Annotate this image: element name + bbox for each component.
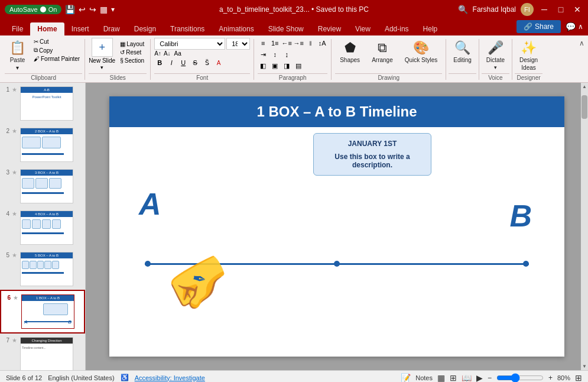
layout-button[interactable]: ▦ Layout: [118, 40, 147, 48]
close-btn[interactable]: ✕: [571, 4, 583, 15]
italic-button[interactable]: I: [166, 57, 177, 68]
scroll-down-icon[interactable]: ▼: [582, 364, 587, 369]
slide-item-4[interactable]: 4 ★ 4 BOX – A to B: [0, 207, 85, 248]
tab-file[interactable]: File: [5, 22, 30, 35]
font-grow-icon[interactable]: A↑: [154, 50, 161, 57]
tab-transitions[interactable]: Transitions: [163, 22, 212, 35]
tab-home[interactable]: Home: [30, 22, 64, 35]
arrange-button[interactable]: ⧉ Arrange: [367, 38, 398, 66]
editing-button[interactable]: 🔍 Editing: [449, 38, 476, 66]
font-size-select[interactable]: 18: [226, 38, 250, 50]
tab-help[interactable]: Help: [416, 22, 445, 35]
paste-button[interactable]: 📋 Paste ▾: [5, 38, 30, 73]
font-color-btn[interactable]: A: [213, 57, 224, 68]
designer-buttons: ✨ Design Ideas: [515, 38, 542, 73]
tab-animations[interactable]: Animations: [212, 22, 261, 35]
dictate-button[interactable]: 🎤 Dictate ▾: [482, 38, 509, 73]
copy-button[interactable]: ⧉ Copy: [31, 46, 82, 54]
shadow-button[interactable]: S̈: [202, 57, 212, 68]
line-spacing-btn[interactable]: ↕: [269, 49, 280, 60]
slide-item-5[interactable]: 5 ★ 5 BOX – A to B: [0, 248, 85, 290]
title-bar: AutoSave On 💾 ↩ ↪ ▦ ▾ a_to_b_timeline_to…: [0, 0, 588, 19]
clear-format-icon[interactable]: Aa: [174, 50, 181, 57]
canvas-scrollbar-thumb[interactable]: [581, 95, 587, 119]
list-row: ≡ 1≡ ←≡ →≡ ⫴ ↕A: [258, 38, 327, 48]
align-left-btn[interactable]: ◧: [258, 60, 268, 71]
bold-button[interactable]: B: [154, 57, 165, 68]
present-icon[interactable]: ▦: [100, 5, 108, 14]
cut-button[interactable]: ✂ Cut: [31, 38, 82, 46]
indent-decrease-btn[interactable]: ←≡: [281, 38, 292, 48]
minimize-btn[interactable]: ─: [538, 4, 550, 15]
align-right-btn[interactable]: ◨: [281, 60, 292, 71]
restore-btn[interactable]: □: [555, 4, 567, 15]
tab-insert[interactable]: Insert: [64, 22, 96, 35]
share-button[interactable]: 🔗 Share: [516, 20, 561, 33]
slide-item-6[interactable]: 6 ★ 1 BOX – A to B A B: [0, 290, 85, 334]
design-ideas-button[interactable]: ✨ Design Ideas: [515, 38, 542, 73]
comments-icon[interactable]: 💬: [566, 22, 576, 31]
autosave-badge[interactable]: AutoSave On: [5, 5, 61, 14]
timeline-dot-start: [145, 261, 151, 267]
indent-increase-btn[interactable]: →≡: [293, 38, 304, 48]
tab-review[interactable]: Review: [311, 22, 348, 35]
zoom-out-icon[interactable]: −: [488, 374, 492, 382]
paragraph-label: Paragraph: [258, 73, 327, 81]
indent-level-btn[interactable]: ⇥: [258, 49, 268, 60]
section-icon: §: [120, 57, 124, 64]
redo-icon[interactable]: ↪: [89, 5, 96, 14]
underline-button[interactable]: U: [178, 57, 189, 68]
spacing-btn[interactable]: ↨: [281, 49, 292, 60]
format-painter-button[interactable]: 🖌 Format Painter: [31, 55, 82, 63]
zoom-in-icon[interactable]: +: [548, 374, 553, 382]
notes-icon[interactable]: 📝: [401, 373, 411, 383]
slide-item-1[interactable]: 1 ★ A·B PowerPoint Toolkit: [0, 83, 85, 124]
undo-icon[interactable]: ↩: [79, 5, 86, 14]
font-shrink-icon[interactable]: A↓: [164, 50, 171, 57]
columns-btn[interactable]: ⫴: [305, 38, 316, 48]
tab-view[interactable]: View: [348, 22, 378, 35]
slide-item-2[interactable]: 2 ★ 2 BOX – A to B: [0, 124, 85, 166]
font-family-select[interactable]: Calibri: [154, 38, 225, 50]
search-icon[interactable]: 🔍: [458, 5, 468, 14]
new-slide-button[interactable]: + New Slide ▾: [89, 38, 115, 70]
quick-styles-button[interactable]: 🎨 Quick Styles: [400, 38, 443, 66]
reset-button[interactable]: ↺ Reset: [118, 48, 147, 56]
slide-num-5: 5: [2, 252, 9, 258]
shapes-button[interactable]: ⬟ Shapes: [335, 38, 365, 66]
view-reading-icon[interactable]: 📖: [462, 373, 472, 383]
strikethrough-button[interactable]: S: [190, 57, 200, 68]
slide-num-4: 4: [2, 211, 9, 217]
section-button[interactable]: § Section: [118, 57, 147, 64]
autosave-toggle[interactable]: [40, 7, 46, 12]
avatar[interactable]: FI: [521, 3, 534, 16]
autosave-label: AutoSave: [9, 6, 38, 13]
tab-design[interactable]: Design: [127, 22, 163, 35]
view-slideshow-icon[interactable]: ▶: [476, 373, 483, 383]
font-selector-row: Calibri 18: [154, 38, 250, 50]
fit-slide-icon[interactable]: ⊞: [575, 373, 582, 383]
view-slide-sorter-icon[interactable]: ⊞: [450, 373, 457, 383]
text-direction-btn[interactable]: ↕A: [317, 38, 327, 48]
tab-slideshow[interactable]: Slide Show: [261, 22, 311, 35]
save-icon[interactable]: 💾: [65, 5, 75, 14]
slide-item-3[interactable]: 3 ★ 3 BOX – A to B: [0, 166, 85, 207]
notes-label[interactable]: Notes: [415, 374, 433, 381]
align-center-btn[interactable]: ▣: [269, 60, 280, 71]
tab-draw[interactable]: Draw: [96, 22, 127, 35]
number-list-btn[interactable]: 1≡: [269, 38, 280, 48]
scroll-up-icon[interactable]: ▲: [582, 84, 587, 89]
zoom-slider[interactable]: [496, 373, 544, 383]
view-normal-icon[interactable]: ▦: [437, 373, 445, 383]
justify-btn[interactable]: ▤: [293, 60, 304, 71]
ribbon-expand[interactable]: ∧: [578, 37, 586, 82]
slide-item-7[interactable]: 7 ★ Changing Direction Timeline content.…: [0, 334, 85, 370]
ribbon-expand-icon[interactable]: ∧: [578, 22, 583, 31]
ribbon-tabs: File Home Insert Draw Design Transitions…: [0, 19, 588, 35]
tab-addins[interactable]: Add-ins: [378, 22, 416, 35]
accessibility-text[interactable]: Accessibility: Investigate: [135, 374, 205, 381]
dropdown-icon[interactable]: ▾: [111, 5, 115, 14]
slides-buttons: + New Slide ▾ ▦ Layout ↺ Reset § Section: [89, 38, 147, 73]
canvas-scrollbar[interactable]: ▲ ▼: [581, 83, 588, 370]
bullet-list-btn[interactable]: ≡: [258, 38, 268, 48]
